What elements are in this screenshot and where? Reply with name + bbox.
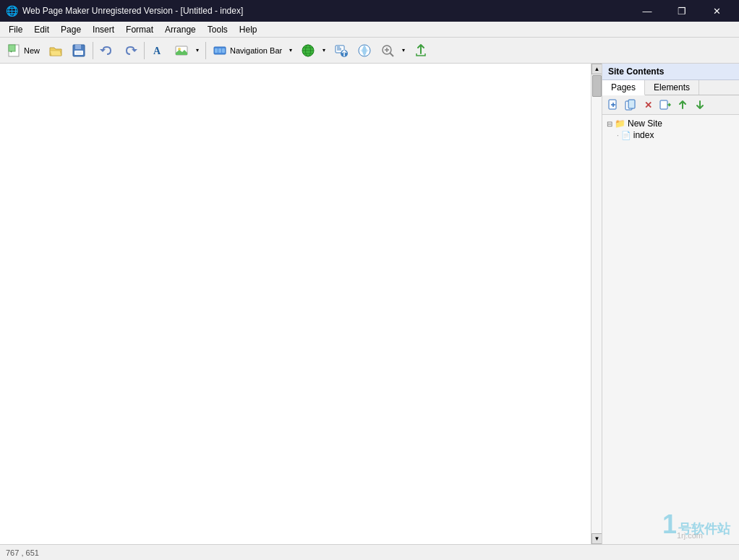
minimize-button[interactable]: — [631, 0, 664, 22]
canvas-inner [0, 64, 591, 544]
new-button[interactable]: + New [3, 40, 43, 61]
scroll-up-arrow[interactable]: ▲ [591, 64, 602, 74]
title-bar-left: 🌐 Web Page Maker Unregistered Version - … [6, 5, 243, 17]
title-bar-title: Web Page Maker Unregistered Version - [U… [22, 6, 243, 16]
svg-rect-11 [215, 48, 218, 53]
main-layout: ▲ ▼ Site Contents Pages Elements [0, 64, 739, 544]
zoom-icon [380, 43, 395, 58]
svg-text:+: + [10, 49, 12, 53]
site-panel: Site Contents Pages Elements [602, 64, 739, 544]
site-panel-title: Site Contents [608, 66, 664, 77]
tree-site-label: New Site [628, 119, 662, 129]
menu-help[interactable]: Help [234, 22, 263, 37]
site-tree: ⊟ 📁 New Site · 📄 index [602, 115, 739, 544]
image-button[interactable] [171, 40, 192, 61]
panel-export-button[interactable] [657, 98, 673, 112]
redo-icon [123, 43, 137, 58]
tree-site-item[interactable]: ⊟ 📁 New Site [605, 118, 736, 129]
font-icon: A [151, 43, 166, 58]
zoom-button[interactable] [377, 40, 398, 61]
tree-folder-icon: 📁 [615, 119, 625, 129]
new-icon: + [7, 43, 21, 58]
title-bar-controls: — ❐ ✕ [631, 0, 733, 22]
font-button[interactable]: A [148, 40, 169, 61]
status-coords: 767 , 651 [6, 548, 39, 557]
close-button[interactable]: ✕ [700, 0, 733, 22]
image-dropdown-arrow[interactable]: ▾ [192, 40, 202, 61]
svg-rect-13 [222, 48, 225, 53]
panel-duplicate-button[interactable] [623, 98, 638, 112]
panel-move-down-button[interactable] [692, 98, 708, 112]
panel-new-page-button[interactable] [605, 98, 621, 112]
scroll-thumb[interactable] [592, 75, 602, 97]
svg-rect-4 [75, 45, 81, 49]
preview-dropdown: ▾ [297, 40, 329, 61]
upload-button[interactable] [410, 40, 432, 61]
zoom-dropdown: ▾ [377, 40, 409, 61]
site-panel-tabs: Pages Elements [602, 80, 739, 95]
open-icon [48, 43, 63, 58]
undo-icon [100, 43, 114, 58]
menu-edit[interactable]: Edit [28, 22, 55, 37]
app-icon: 🌐 [6, 5, 18, 17]
publish-icon [334, 43, 349, 58]
navbar-dropdown: Navigation Bar ▾ [209, 40, 296, 61]
navbar-dropdown-arrow[interactable]: ▾ [286, 40, 296, 61]
image-dropdown: ▾ [171, 40, 202, 61]
tree-page-item[interactable]: · 📄 index [615, 129, 736, 141]
sep2 [144, 42, 145, 59]
menu-format[interactable]: Format [120, 22, 159, 37]
vertical-scrollbar[interactable]: ▲ ▼ [591, 64, 602, 544]
toolbar: + New [0, 38, 739, 64]
svg-rect-31 [660, 100, 667, 109]
sep1 [93, 42, 93, 59]
open-button[interactable] [45, 40, 67, 61]
menu-insert[interactable]: Insert [87, 22, 120, 37]
svg-line-23 [390, 53, 394, 56]
tab-pages[interactable]: Pages [602, 80, 645, 95]
svg-rect-6 [76, 51, 82, 54]
tree-page-label: index [633, 130, 654, 140]
menu-file[interactable]: File [3, 22, 28, 37]
panel-move-up-button[interactable] [675, 98, 691, 112]
svg-rect-12 [218, 48, 221, 53]
tree-page-dot: · [617, 132, 619, 139]
menu-page[interactable]: Page [55, 22, 87, 37]
scroll-track[interactable] [591, 74, 602, 533]
image-icon [174, 43, 189, 58]
publish-button[interactable] [330, 40, 352, 61]
svg-text:A: A [153, 46, 161, 56]
scroll-down-arrow[interactable]: ▼ [591, 533, 602, 544]
tab-elements[interactable]: Elements [645, 80, 699, 95]
status-bar: 767 , 651 [0, 544, 739, 560]
globe-icon [301, 43, 315, 58]
title-bar: 🌐 Web Page Maker Unregistered Version - … [0, 0, 739, 22]
save-icon [72, 43, 86, 58]
restore-button[interactable]: ❐ [665, 0, 699, 22]
preview-dropdown-arrow[interactable]: ▾ [319, 40, 329, 61]
site-panel-toolbar: ✕ [602, 95, 739, 115]
undo-button[interactable] [96, 40, 118, 61]
upload-icon [414, 43, 428, 58]
redo-button[interactable] [119, 40, 141, 61]
site-panel-header: Site Contents [602, 64, 739, 80]
menu-tools[interactable]: Tools [202, 22, 234, 37]
panel-delete-button[interactable]: ✕ [640, 98, 656, 112]
tree-collapse-icon: ⊟ [607, 120, 612, 128]
tree-page-icon: 📄 [621, 131, 631, 140]
sep3 [205, 42, 206, 59]
preview-button[interactable] [297, 40, 319, 61]
navbar-icon [213, 43, 227, 58]
menu-bar: File Edit Page Insert Format Arrange Too… [0, 22, 739, 38]
canvas-area[interactable]: ▲ ▼ [0, 64, 602, 544]
menu-arrange[interactable]: Arrange [159, 22, 202, 37]
svg-rect-30 [628, 100, 635, 108]
zoom-dropdown-arrow[interactable]: ▾ [398, 40, 409, 61]
ftp-icon [357, 43, 372, 58]
ftp-button[interactable] [354, 40, 375, 61]
navbar-label: Navigation Bar [230, 46, 282, 55]
new-label: New [24, 46, 40, 55]
save-button[interactable] [68, 40, 90, 61]
navbar-button[interactable]: Navigation Bar [209, 40, 286, 61]
